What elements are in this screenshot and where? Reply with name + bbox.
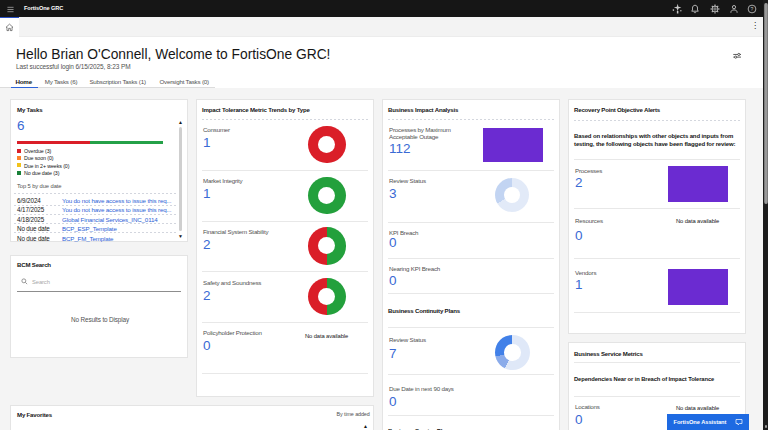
svg-text:?: ? xyxy=(751,5,754,11)
